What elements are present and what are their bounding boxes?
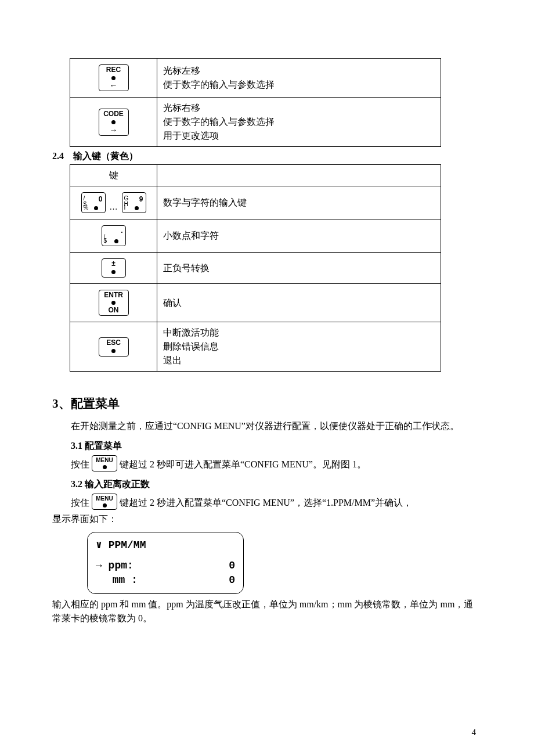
table-row: CODE → 光标右移 便于数字的输入与参数选择 用于更改选项 [70, 98, 441, 147]
key-cell: / $ % 0 … G H I 9 [70, 186, 157, 219]
section-3-2-tail: 输入相应的 ppm 和 mm 值。ppm 为温度气压改正值，单位为 mm/km；… [52, 597, 482, 625]
key-cell: [ $ · [70, 219, 157, 253]
section-3-intro: 在开始测量之前，应通过“CONFIG MENU”对仪器进行配置，以便使仪器处于正… [52, 419, 482, 433]
dot-icon [111, 301, 116, 305]
key-cell: REC ← [70, 59, 157, 98]
decimal-key-icon: [ $ · [102, 225, 126, 246]
text-after-key: 键超过 2 秒进入配置菜单“CONFIG MENU”，选择“1.PPM/MM”并… [120, 498, 412, 507]
entr-on-key-icon: ENTR ON [99, 290, 129, 316]
dot-icon [114, 239, 118, 243]
key-desc: 光标右移 便于数字的输入与参数选择 用于更改选项 [157, 98, 441, 147]
table-header-left: 键 [70, 165, 157, 186]
text-before-key: 按住 [71, 498, 89, 507]
key-desc: 小数点和字符 [157, 219, 441, 253]
numkey-9-icon: G H I 9 [122, 192, 146, 213]
lcd-row: → ppm: 0 [96, 559, 235, 573]
dot-icon [111, 76, 116, 80]
section-3-1-line: 按住 MENU 键超过 2 秒即可进入配置菜单“CONFIG MENU”。见附图… [71, 455, 482, 471]
document-page: REC ← 光标左移 便于数字的输入与参数选择 CODE → 光标右移 便于数字… [0, 0, 534, 756]
key-cell: ESC [70, 322, 157, 372]
table-input-keys: 键 / $ % 0 … G H I [70, 164, 441, 372]
section-3-2-heading: 3.2 输入距离改正数 [71, 477, 482, 491]
section-2-4-heading: 2.4 输入键（黄色） [52, 149, 482, 163]
rec-key-icon: REC ← [99, 64, 129, 91]
dot-icon [111, 270, 116, 274]
key-cell: ENTR ON [70, 283, 157, 322]
lcd-title: ∨ PPM/MM [96, 538, 235, 553]
table-row: ENTR ON 确认 [70, 283, 441, 322]
section-3-1-heading: 3.1 配置菜单 [71, 439, 482, 453]
table-row: [ $ · 小数点和字符 [70, 219, 441, 253]
key-desc: 数字与字符的输入键 [157, 186, 441, 219]
section-3-2-line1: 按住 MENU 键超过 2 秒进入配置菜单“CONFIG MENU”，选择“1.… [71, 494, 482, 510]
table-cursor-keys: REC ← 光标左移 便于数字的输入与参数选择 CODE → 光标右移 便于数字… [70, 58, 441, 147]
lcd-label: → ppm: [96, 559, 134, 573]
table-row: ± 正负号转换 [70, 253, 441, 283]
dot-icon [111, 120, 116, 124]
dot-icon [103, 465, 107, 469]
table-header-right [157, 165, 441, 186]
key-desc: 光标左移 便于数字的输入与参数选择 [157, 59, 441, 98]
dot-icon [103, 503, 107, 507]
dot-icon [111, 349, 116, 353]
table-header-row: 键 [70, 165, 441, 186]
table-row: / $ % 0 … G H I 9 数字与字符的输入键 [70, 186, 441, 219]
page-number: 4 [472, 726, 477, 739]
table-row: REC ← 光标左移 便于数字的输入与参数选择 [70, 59, 441, 98]
lcd-label: mm : [96, 573, 138, 588]
menu-key-icon: MENU [92, 455, 117, 471]
key-desc: 正负号转换 [157, 253, 441, 283]
lcd-display: ∨ PPM/MM → ppm: 0 mm : 0 [87, 532, 244, 595]
table-row: ESC 中断激活功能 删除错误信息 退出 [70, 322, 441, 372]
key-cell: CODE → [70, 98, 157, 147]
key-desc: 确认 [157, 283, 441, 322]
code-key-icon: CODE → [99, 109, 129, 135]
lcd-value: 0 [229, 559, 235, 573]
lcd-row: mm : 0 [96, 573, 235, 588]
plus-minus-key-icon: ± [102, 258, 126, 277]
menu-key-icon: MENU [92, 494, 117, 510]
text-before-key: 按住 [71, 459, 89, 469]
lcd-value: 0 [229, 573, 235, 588]
dot-icon [94, 206, 98, 210]
dot-icon [135, 206, 139, 210]
text-after-key: 键超过 2 秒即可进入配置菜单“CONFIG MENU”。见附图 1。 [120, 459, 366, 469]
esc-key-icon: ESC [99, 337, 129, 356]
ellipsis: … [110, 203, 118, 211]
key-desc: 中断激活功能 删除错误信息 退出 [157, 322, 441, 372]
section-3-heading: 3、配置菜单 [52, 395, 482, 413]
key-cell: ± [70, 253, 157, 283]
numkey-0-icon: / $ % 0 [81, 192, 106, 213]
section-3-2-line2: 显示界面如下： [52, 512, 482, 526]
